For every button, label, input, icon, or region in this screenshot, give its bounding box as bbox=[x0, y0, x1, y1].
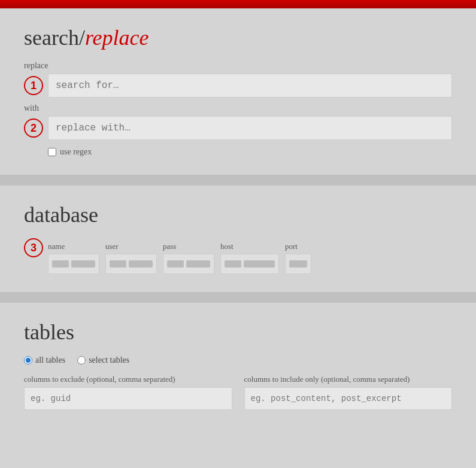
db-name-label: name bbox=[48, 242, 99, 251]
radio-all-label: all tables bbox=[35, 355, 65, 365]
with-label: with bbox=[24, 104, 452, 113]
db-name-block1 bbox=[52, 260, 69, 268]
database-section: database 3 name user bbox=[0, 186, 476, 292]
app-container: search/replace replace 1 with 2 use rege… bbox=[0, 0, 476, 428]
title-highlight: replace bbox=[85, 26, 149, 50]
badge-2: 2 bbox=[24, 118, 43, 138]
db-port-field: port bbox=[285, 242, 311, 274]
replace-label: replace bbox=[24, 61, 452, 71]
tables-title: tables bbox=[24, 320, 452, 345]
include-input[interactable] bbox=[244, 387, 453, 410]
db-user-field: user bbox=[105, 242, 157, 274]
database-title: database bbox=[24, 202, 452, 227]
database-fields-row: 3 name user pass bbox=[24, 238, 452, 274]
tables-section: tables all tables select tables columns … bbox=[0, 303, 476, 428]
search-input[interactable] bbox=[48, 74, 452, 98]
db-pass-block1 bbox=[167, 260, 184, 268]
db-port-label: port bbox=[285, 242, 311, 251]
replace-input-row: 2 bbox=[24, 116, 452, 140]
radio-select-input[interactable] bbox=[77, 356, 86, 364]
db-user-label: user bbox=[105, 242, 157, 251]
db-host-label: host bbox=[220, 242, 279, 251]
search-input-row: 1 bbox=[24, 74, 452, 98]
exclude-input[interactable] bbox=[24, 387, 232, 410]
db-host-input[interactable] bbox=[220, 254, 279, 274]
db-port-block1 bbox=[289, 260, 307, 268]
include-label: columns to include only (optional, comma… bbox=[244, 375, 453, 384]
divider-2 bbox=[0, 292, 476, 303]
replace-field-group: with 2 bbox=[24, 104, 452, 140]
db-port-input[interactable] bbox=[285, 254, 311, 274]
db-inputs-container: name user pass bbox=[48, 242, 311, 274]
columns-row: columns to exclude (optional, comma sepa… bbox=[24, 375, 452, 410]
db-pass-block2 bbox=[186, 260, 210, 268]
replace-input[interactable] bbox=[48, 116, 452, 140]
badge-3: 3 bbox=[24, 238, 43, 257]
radio-select-label: select tables bbox=[89, 355, 129, 365]
divider-1 bbox=[0, 175, 476, 186]
top-bar bbox=[0, 0, 476, 8]
db-host-block2 bbox=[244, 260, 275, 268]
include-columns-field: columns to include only (optional, comma… bbox=[244, 375, 453, 410]
radio-select-tables[interactable]: select tables bbox=[77, 355, 129, 365]
db-user-block2 bbox=[129, 260, 153, 268]
radio-all-input[interactable] bbox=[24, 356, 32, 364]
db-name-block2 bbox=[71, 260, 95, 268]
use-regex-checkbox[interactable] bbox=[48, 148, 56, 156]
search-replace-section: search/replace replace 1 with 2 use rege… bbox=[0, 8, 476, 175]
title-plain: search/ bbox=[24, 26, 85, 50]
use-regex-row: use regex bbox=[48, 147, 452, 157]
db-host-field: host bbox=[220, 242, 279, 274]
tables-radio-row: all tables select tables bbox=[24, 355, 452, 365]
badge-1: 1 bbox=[24, 76, 43, 95]
page-title: search/replace bbox=[24, 25, 452, 50]
db-host-block1 bbox=[225, 260, 241, 268]
db-pass-field: pass bbox=[163, 242, 214, 274]
db-pass-input[interactable] bbox=[163, 254, 214, 274]
db-name-input[interactable] bbox=[48, 254, 99, 274]
search-field-group: replace 1 bbox=[24, 61, 452, 98]
db-user-block1 bbox=[110, 260, 126, 268]
radio-all-tables[interactable]: all tables bbox=[24, 355, 65, 365]
exclude-columns-field: columns to exclude (optional, comma sepa… bbox=[24, 375, 232, 410]
db-user-input[interactable] bbox=[105, 254, 157, 274]
exclude-label: columns to exclude (optional, comma sepa… bbox=[24, 375, 232, 384]
db-name-field: name bbox=[48, 242, 99, 274]
use-regex-label: use regex bbox=[60, 147, 92, 157]
db-pass-label: pass bbox=[163, 242, 214, 251]
